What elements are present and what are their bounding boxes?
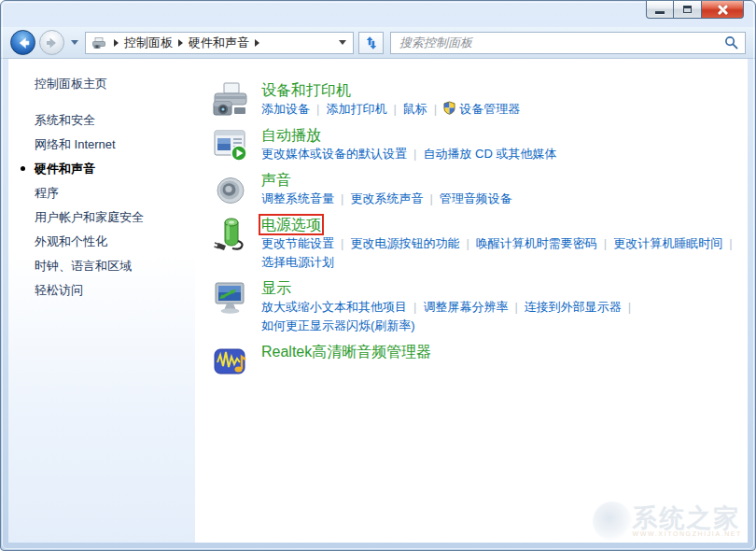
search-input[interactable] <box>398 35 724 50</box>
task-link[interactable]: 添加设备 <box>261 102 310 116</box>
maximize-button[interactable] <box>674 1 701 19</box>
sidebar-item[interactable]: 程序 <box>8 181 195 205</box>
section-sound: 声音调整系统音量|更改系统声音|管理音频设备 <box>212 171 748 208</box>
breadcrumb-separator-icon <box>255 39 259 47</box>
window-controls <box>646 1 744 19</box>
main-panel: 设备和打印机添加设备|添加打印机|鼠标|设备管理器自动播放更改媒体或设备的默认设… <box>195 59 748 543</box>
autoplay-icon[interactable] <box>212 126 249 163</box>
address-dropdown-icon[interactable] <box>339 40 346 45</box>
section-title[interactable]: 电源选项 <box>261 217 321 233</box>
address-bar[interactable]: 控制面板硬件和声音 <box>85 32 354 54</box>
link-separator: | <box>429 191 432 205</box>
task-link[interactable]: 鼠标 <box>403 102 427 116</box>
link-separator: | <box>413 147 416 161</box>
devices-printers-icon[interactable] <box>212 81 249 119</box>
sidebar-item-active[interactable]: 硬件和声音 <box>8 157 195 181</box>
link-separator: | <box>729 236 732 250</box>
task-link[interactable]: 更改计算机睡眠时间 <box>613 236 722 250</box>
sidebar-item[interactable]: 外观和个性化 <box>8 230 195 254</box>
navigation-bar: 控制面板硬件和声音 <box>1 27 755 59</box>
task-link[interactable]: 选择电源计划 <box>261 255 334 269</box>
breadcrumb-separator-icon <box>114 39 119 47</box>
section-links-row: 如何更正显示器闪烁(刷新率) <box>261 317 637 335</box>
sidebar: 控制面板主页 系统和安全网络和 Internet硬件和声音程序用户帐户和家庭安全… <box>8 59 195 543</box>
task-link[interactable]: 如何更正显示器闪烁(刷新率) <box>261 318 415 332</box>
refresh-icon <box>363 35 380 51</box>
power-options-icon[interactable] <box>212 216 249 253</box>
maximize-icon <box>683 6 692 13</box>
hardware-sound-small-icon <box>91 35 106 50</box>
sidebar-item[interactable]: 时钟、语言和区域 <box>8 254 195 278</box>
section-title-row: 声音 <box>261 171 512 190</box>
link-separator: | <box>341 236 343 250</box>
task-link[interactable]: 更改系统声音 <box>350 191 423 205</box>
sound-icon[interactable] <box>212 171 249 208</box>
content-area: 控制面板主页 系统和安全网络和 Internet硬件和声音程序用户帐户和家庭安全… <box>8 59 748 543</box>
section-autoplay: 自动播放更改媒体或设备的默认设置|自动播放 CD 或其他媒体 <box>212 126 748 163</box>
task-link[interactable]: 设备管理器 <box>459 102 520 116</box>
back-button[interactable] <box>10 30 35 55</box>
task-link[interactable]: 管理音频设备 <box>440 191 512 205</box>
refresh-button[interactable] <box>358 32 384 54</box>
titlebar[interactable] <box>1 1 755 27</box>
section-power-options: 电源选项更改节能设置|更改电源按钮的功能|唤醒计算机时需要密码|更改计算机睡眠时… <box>212 216 748 272</box>
section-links-row: 更改媒体或设备的默认设置|自动播放 CD 或其他媒体 <box>261 145 556 163</box>
link-separator: | <box>316 102 319 116</box>
recent-pages-dropdown[interactable] <box>71 40 78 45</box>
section-links-row: 放大或缩小文本和其他项目|调整屏幕分辨率|连接到外部显示器| <box>261 298 637 317</box>
section-body: 设备和打印机添加设备|添加打印机|鼠标|设备管理器 <box>261 81 520 119</box>
task-link[interactable]: 添加打印机 <box>326 102 386 116</box>
breadcrumb-item[interactable]: 控制面板 <box>124 35 173 51</box>
link-separator: | <box>628 300 631 314</box>
breadcrumb-separator-icon <box>178 39 183 47</box>
section-body: 显示放大或缩小文本和其他项目|调整屏幕分辨率|连接到外部显示器|如何更正显示器闪… <box>261 279 637 335</box>
section-title-row: 自动播放 <box>261 126 556 145</box>
section-title[interactable]: Realtek高清晰音频管理器 <box>261 344 431 360</box>
minimize-button[interactable] <box>646 1 674 19</box>
section-title[interactable]: 声音 <box>261 172 291 188</box>
section-display: 显示放大或缩小文本和其他项目|调整屏幕分辨率|连接到外部显示器|如何更正显示器闪… <box>212 279 748 335</box>
sidebar-category-list: 系统和安全网络和 Internet硬件和声音程序用户帐户和家庭安全外观和个性化时… <box>8 108 195 303</box>
section-title[interactable]: 显示 <box>261 280 291 296</box>
section-title-row: 电源选项 <box>261 216 739 234</box>
section-title-row: 设备和打印机 <box>261 81 520 100</box>
section-body: Realtek高清晰音频管理器 <box>261 343 431 380</box>
section-devices-printers: 设备和打印机添加设备|添加打印机|鼠标|设备管理器 <box>212 81 748 119</box>
section-title-row: Realtek高清晰音频管理器 <box>261 343 431 361</box>
realtek-icon[interactable] <box>212 343 249 380</box>
task-link[interactable]: 连接到外部显示器 <box>525 300 622 314</box>
section-links-row: 更改节能设置|更改电源按钮的功能|唤醒计算机时需要密码|更改计算机睡眠时间| <box>261 234 739 253</box>
section-body: 自动播放更改媒体或设备的默认设置|自动播放 CD 或其他媒体 <box>261 126 556 163</box>
task-link[interactable]: 放大或缩小文本和其他项目 <box>261 300 407 314</box>
sidebar-item[interactable]: 系统和安全 <box>8 108 195 133</box>
close-button[interactable] <box>701 1 744 19</box>
close-icon <box>717 4 729 16</box>
section-title[interactable]: 自动播放 <box>261 127 321 143</box>
link-separator: | <box>393 102 396 116</box>
breadcrumb-item[interactable]: 硬件和声音 <box>189 35 249 51</box>
sidebar-item[interactable]: 用户帐户和家庭安全 <box>8 205 195 230</box>
task-link[interactable]: 调整系统音量 <box>261 191 334 205</box>
section-title[interactable]: 设备和打印机 <box>261 82 351 98</box>
task-link[interactable]: 唤醒计算机时需要密码 <box>476 236 597 250</box>
link-separator: | <box>341 191 343 205</box>
display-icon[interactable] <box>212 279 249 317</box>
sidebar-item[interactable]: 轻松访问 <box>8 278 195 303</box>
sidebar-home-link[interactable]: 控制面板主页 <box>35 76 195 92</box>
task-link[interactable]: 自动播放 CD 或其他媒体 <box>423 147 556 161</box>
link-separator: | <box>514 300 517 314</box>
section-title-row: 显示 <box>261 279 637 298</box>
task-link[interactable]: 更改电源按钮的功能 <box>350 236 459 250</box>
task-link[interactable]: 更改节能设置 <box>261 236 334 250</box>
forward-button[interactable] <box>39 30 64 55</box>
link-separator: | <box>604 236 607 250</box>
task-link[interactable]: 更改媒体或设备的默认设置 <box>261 147 407 161</box>
task-link[interactable]: 调整屏幕分辨率 <box>423 300 508 314</box>
sidebar-item[interactable]: 网络和 Internet <box>8 133 195 157</box>
section-realtek: Realtek高清晰音频管理器 <box>212 343 748 380</box>
section-body: 声音调整系统音量|更改系统声音|管理音频设备 <box>261 171 512 208</box>
search-icon[interactable] <box>724 35 738 49</box>
search-box <box>390 32 746 54</box>
back-arrow-icon <box>16 35 31 50</box>
forward-arrow-icon <box>45 35 60 50</box>
